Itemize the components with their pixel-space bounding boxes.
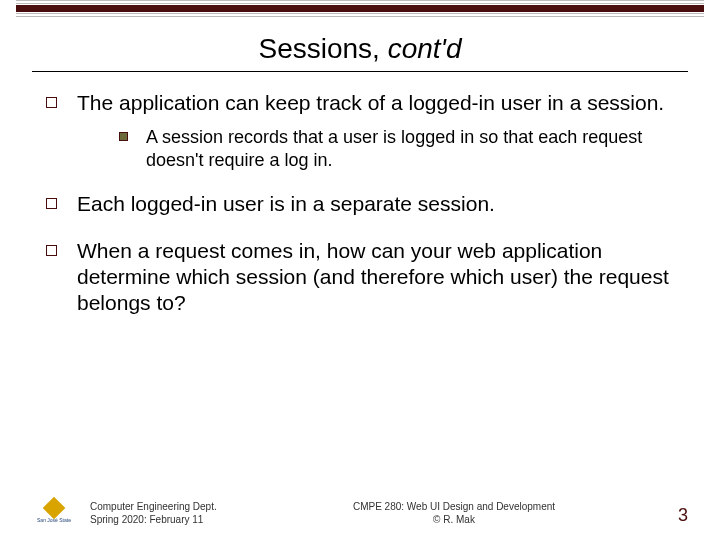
bullet-item: Each logged-in user is in a separate ses… <box>46 191 674 217</box>
filled-square-bullet-icon <box>119 132 128 141</box>
square-bullet-icon <box>46 198 57 209</box>
square-bullet-icon <box>46 245 57 256</box>
footer-center: CMPE 280: Web UI Design and Development … <box>260 501 648 526</box>
footer-author: © R. Mak <box>260 514 648 527</box>
slide-title: Sessions, cont'd <box>0 33 720 65</box>
bullet-text: When a request comes in, how can your we… <box>77 238 674 317</box>
sub-bullet-item: A session records that a user is logged … <box>119 126 674 171</box>
slide-body: The application can keep track of a logg… <box>0 72 720 540</box>
title-rule <box>16 0 704 17</box>
logo-icon <box>43 496 66 519</box>
footer-course: CMPE 280: Web UI Design and Development <box>260 501 648 514</box>
footer-left: Computer Engineering Dept. Spring 2020: … <box>90 501 260 526</box>
slide-footer: San José State Computer Engineering Dept… <box>0 496 720 526</box>
square-bullet-icon <box>46 97 57 108</box>
footer-date: Spring 2020: February 11 <box>90 514 260 527</box>
bullet-item: The application can keep track of a logg… <box>46 90 674 171</box>
title-italic: cont'd <box>388 33 462 64</box>
title-main: Sessions, <box>258 33 387 64</box>
footer-dept: Computer Engineering Dept. <box>90 501 260 514</box>
sub-bullet-text: A session records that a user is logged … <box>146 126 674 171</box>
university-logo: San José State <box>32 496 76 526</box>
page-number: 3 <box>648 505 688 526</box>
slide: Sessions, cont'd The application can kee… <box>0 0 720 540</box>
bullet-text: The application can keep track of a logg… <box>77 91 664 114</box>
bullet-item: When a request comes in, how can your we… <box>46 238 674 317</box>
bullet-text: Each logged-in user is in a separate ses… <box>77 191 674 217</box>
